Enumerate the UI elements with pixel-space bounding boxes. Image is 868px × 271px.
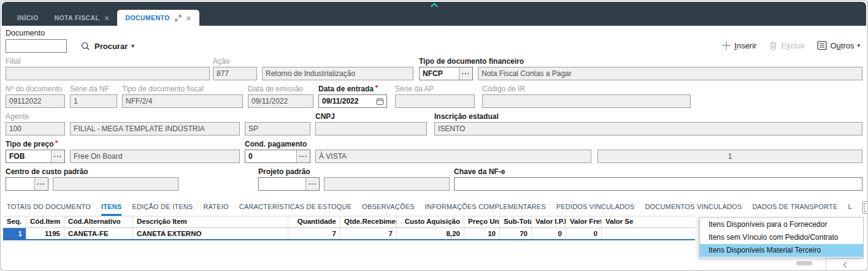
horizontal-scrollbar-thumb[interactable] xyxy=(796,261,812,265)
field-serie-ap: Série da AP xyxy=(395,85,475,108)
grid-cell: 1195 xyxy=(26,228,64,239)
lookup-icon[interactable] xyxy=(305,178,319,190)
data-entrada-field[interactable] xyxy=(318,94,387,108)
cond-pagamento-parcelas: 1 xyxy=(597,150,862,163)
menu-item[interactable]: Itens Disponíveis para o Fornecedor xyxy=(700,218,863,231)
field-codigo-ir: Código de IR xyxy=(482,85,691,108)
field-tipo-doc-fiscal: Tipo de documento fiscal NFF/2/4 xyxy=(122,85,243,108)
list-icon xyxy=(817,40,827,50)
others-button[interactable]: Outros xyxy=(817,40,860,50)
data-entrada-input[interactable] xyxy=(319,95,376,107)
chevron-up-icon xyxy=(429,2,439,8)
tipo-preco-desc: Free On Board xyxy=(70,150,240,163)
calendar-icon[interactable] xyxy=(376,97,384,106)
collapse-panel-button[interactable] xyxy=(429,2,439,8)
trash-icon xyxy=(769,40,778,50)
tipo-preco-input[interactable] xyxy=(6,150,51,162)
close-icon[interactable] xyxy=(186,14,191,22)
field-data-entrada: Data de entrada xyxy=(318,85,387,108)
grid-header-cell[interactable]: Valor I.P.I xyxy=(532,216,566,227)
lookup-icon[interactable] xyxy=(51,150,64,162)
grid-header-cell[interactable]: Preço Unit. xyxy=(464,216,500,227)
scroll-left-button[interactable] xyxy=(826,258,864,270)
grid-cell: 0 xyxy=(566,228,602,239)
grid-cell: 0 xyxy=(532,228,566,239)
tab-documento[interactable]: DOCUMENTO xyxy=(117,10,199,26)
lookup-icon[interactable] xyxy=(34,178,48,190)
agente-uf: SP xyxy=(245,122,310,136)
detail-tab[interactable]: INFORMAÇÕES COMPLEMENTARES xyxy=(425,199,546,216)
procurar-button[interactable]: Procurar xyxy=(77,40,138,52)
detail-tab[interactable]: L xyxy=(848,199,852,216)
centro-custo-lookup[interactable] xyxy=(6,177,48,191)
cond-pagamento-input[interactable] xyxy=(245,150,296,162)
grid-header-cell[interactable]: Seq. xyxy=(3,216,26,227)
tipo-doc-financeiro-input[interactable] xyxy=(420,67,459,80)
field-inscricao-estadual: Inscrição estadual ISENTO xyxy=(434,112,862,136)
chevron-left-icon xyxy=(842,261,849,269)
lookup-icon[interactable] xyxy=(459,67,472,80)
items-insert-button[interactable]: Inserir xyxy=(862,201,868,214)
delete-button: Excluir xyxy=(769,40,805,50)
caret-down-icon xyxy=(131,44,134,49)
grid-cell xyxy=(602,228,695,239)
field-acao: Ação 877 Retorno de Industrialização xyxy=(213,57,413,80)
document-search-label: Documento xyxy=(6,29,862,39)
grid-header-cell[interactable]: Quantidade xyxy=(288,216,340,227)
grid-header-cell[interactable]: Custo Aquisição xyxy=(397,216,464,227)
tipo-doc-financeiro-lookup[interactable] xyxy=(419,67,473,80)
filial-value xyxy=(6,67,210,80)
plus-icon xyxy=(721,40,731,50)
document-search-input[interactable] xyxy=(6,39,67,53)
tab-documento-label: DOCUMENTO xyxy=(125,14,169,21)
agente-name: FILIAL - MEGA TEMPLATE INDÚSTRIA xyxy=(70,122,240,136)
field-agente: Agente 100 FILIAL - MEGA TEMPLATE INDÚST… xyxy=(6,112,310,136)
grid-header-cell[interactable]: Sub-Total xyxy=(500,216,532,227)
document-form: Filial Ação 877 Retorno de Industrializa… xyxy=(1,57,867,191)
centro-custo-input[interactable] xyxy=(6,178,34,190)
caret-down-icon xyxy=(857,43,860,48)
detail-tab[interactable]: TOTAIS DO DOCUMENTO xyxy=(7,199,91,216)
detail-tab[interactable]: RATEIO xyxy=(203,199,228,216)
grid-header-cell[interactable]: Cód.Alternativo xyxy=(64,216,133,227)
detail-tab[interactable]: DOCUMENTOS VINCULADOS xyxy=(645,199,742,216)
grid-header-cell[interactable]: Cód.Item xyxy=(26,216,64,227)
field-num-documento: Nº do documento 09112022 xyxy=(6,85,65,108)
cond-pagamento-desc: À VISTA xyxy=(315,150,591,163)
tipo-preco-lookup[interactable] xyxy=(6,150,65,163)
grid-header-cell[interactable]: Descrição Item xyxy=(133,216,288,227)
insert-button[interactable]: Inserir xyxy=(721,40,756,50)
grid-cell: 70 xyxy=(500,228,532,239)
grid-header-cell[interactable]: Valor Se xyxy=(602,216,695,227)
tab-nota-fiscal[interactable]: NOTA FISCAL xyxy=(47,10,118,26)
grid-header-cell[interactable]: Qtde.Recebimento xyxy=(340,216,397,227)
detail-tab[interactable]: OBSERVAÇÕES xyxy=(362,199,415,216)
projeto-input[interactable] xyxy=(259,178,305,190)
tab-inicio[interactable]: INÍCIO xyxy=(9,10,47,26)
search-icon xyxy=(80,41,91,52)
agente-code: 100 xyxy=(6,122,65,136)
items-grid: Seq.Cód.ItemCód.AlternativoDescrição Ite… xyxy=(3,216,695,240)
field-tipo-preco: Tipo de preço Free On Board xyxy=(6,140,240,163)
insert-context-menu: Itens Disponíveis para o FornecedorItens… xyxy=(699,217,864,258)
detail-tab[interactable]: DADOS DE TRANSPORTE xyxy=(752,199,837,216)
field-data-emissao: Data de emissão 09/11/2022 xyxy=(248,85,313,108)
menu-item[interactable]: Itens Disponíveis Material Terceiro xyxy=(700,244,863,257)
detail-tab[interactable]: EDIÇÃO DE ITENS xyxy=(132,199,193,216)
projeto-lookup[interactable] xyxy=(258,177,320,191)
field-tipo-doc-financeiro: Tipo de documento financeiro Nota Fiscal… xyxy=(419,57,862,80)
detail-tab[interactable]: CARACTERÍSTICAS DE ESTOQUE xyxy=(239,199,351,216)
cond-pagamento-lookup[interactable] xyxy=(245,150,310,163)
tipo-doc-financeiro-desc: Nota Fiscal Contas a Pagar xyxy=(478,67,862,80)
expand-icon[interactable] xyxy=(175,15,182,21)
tab-inicio-label: INÍCIO xyxy=(17,14,39,21)
close-icon[interactable] xyxy=(104,14,109,22)
chave-nfe-input[interactable] xyxy=(454,177,862,191)
grid-row[interactable]: 11195CANETA-FECANETA EXTERNO778,20107000 xyxy=(3,228,695,239)
detail-tab[interactable]: PEDIDOS VINCULADOS xyxy=(556,199,635,216)
grid-header-cell[interactable]: Valor Frete xyxy=(566,216,602,227)
menu-item[interactable]: Itens sem Vínculo com Pedido/Contrato xyxy=(700,231,863,244)
field-serie-nf: Série da NF 1 xyxy=(70,85,117,108)
detail-tab[interactable]: ITENS xyxy=(101,199,121,216)
lookup-icon[interactable] xyxy=(296,150,310,162)
